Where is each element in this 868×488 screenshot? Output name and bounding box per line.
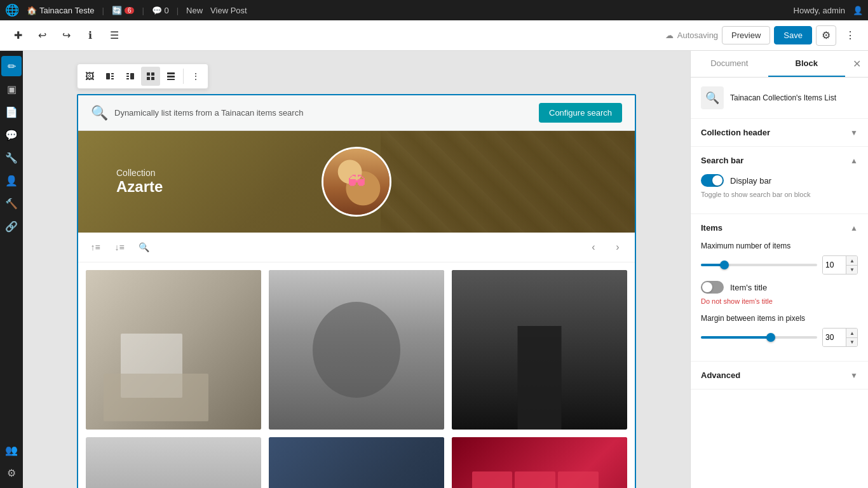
svg-rect-0 bbox=[106, 73, 110, 79]
sort-asc-button[interactable]: ↑≡ bbox=[86, 238, 105, 257]
site-name: 🏠 Tainacan Teste bbox=[27, 6, 95, 15]
block-tool-list-right[interactable] bbox=[121, 67, 140, 86]
block-tool-list-detail[interactable] bbox=[161, 67, 180, 86]
configure-search-button[interactable]: Configure search bbox=[539, 103, 622, 123]
margin-input[interactable]: 30 bbox=[823, 329, 846, 346]
toggle-knob bbox=[702, 282, 712, 292]
tab-block[interactable]: Block bbox=[768, 51, 846, 77]
toggle-knob bbox=[712, 175, 722, 186]
collection-search-icon: 🔍 bbox=[91, 105, 108, 121]
collection-label: Collection bbox=[116, 168, 163, 178]
block-tool-grid[interactable] bbox=[141, 67, 160, 86]
svg-rect-1 bbox=[111, 73, 114, 74]
collection-header-toggle[interactable]: Collection header ▼ bbox=[691, 119, 868, 146]
sidebar-close-button[interactable]: ✕ bbox=[845, 51, 868, 77]
svg-rect-2 bbox=[111, 76, 114, 77]
tab-document[interactable]: Document bbox=[691, 51, 768, 77]
grid-item bbox=[452, 437, 627, 488]
svg-rect-12 bbox=[167, 72, 175, 74]
sort-desc-button[interactable]: ↓≡ bbox=[110, 238, 129, 257]
search-bar-body: Display bar Toggle to show search bar on… bbox=[691, 174, 868, 214]
settings-button[interactable]: ⚙ bbox=[816, 25, 836, 46]
collection-info: Collection Azarte bbox=[116, 168, 163, 196]
more-options-button[interactable]: ⋮ bbox=[840, 25, 860, 46]
margin-slider[interactable] bbox=[701, 336, 817, 339]
sidebar-item-users[interactable]: 👤 bbox=[1, 170, 22, 191]
sidebar-item-links[interactable]: 🔗 bbox=[1, 216, 22, 236]
margin-decrement[interactable]: ▼ bbox=[846, 337, 858, 346]
block-tool-image[interactable]: 🖼 bbox=[80, 67, 99, 86]
max-items-label: Maximum number of items bbox=[701, 241, 858, 250]
max-items-input-wrap: 10 ▲ ▼ bbox=[822, 255, 858, 274]
redo-button[interactable]: ↪ bbox=[56, 25, 76, 46]
save-button[interactable]: Save bbox=[774, 26, 812, 44]
svg-rect-14 bbox=[167, 79, 175, 80]
margin-slider-fill bbox=[701, 336, 771, 339]
svg-rect-5 bbox=[126, 73, 129, 74]
search-bar-section: Search bar ▲ Display bar Toggle to show … bbox=[691, 147, 868, 214]
grid-item bbox=[269, 437, 444, 488]
block-tool-more[interactable]: ⋮ bbox=[186, 67, 205, 86]
margin-slider-row: 30 ▲ ▼ bbox=[701, 328, 858, 347]
max-items-input[interactable]: 10 bbox=[823, 256, 846, 274]
sidebar-item-tainacan1[interactable]: 🔧 bbox=[1, 147, 22, 168]
search-notice-text: Dynamically list items from a Tainacan i… bbox=[114, 108, 303, 118]
tools-button[interactable]: ☰ bbox=[104, 25, 125, 46]
collection-header-section: Collection header ▼ bbox=[691, 119, 868, 147]
block-type-icon: 🔍 bbox=[701, 86, 724, 109]
search-bar-toggle[interactable]: Search bar ▲ bbox=[691, 147, 868, 174]
next-page-button[interactable]: › bbox=[608, 238, 627, 257]
sidebar-item-groups[interactable]: 👥 bbox=[1, 440, 22, 460]
new-link[interactable]: New bbox=[186, 6, 203, 15]
display-bar-toggle[interactable] bbox=[701, 174, 724, 187]
search-items-button[interactable]: 🔍 bbox=[134, 238, 153, 257]
items-title-toggle[interactable] bbox=[701, 281, 724, 294]
search-bar-chevron-icon: ▲ bbox=[850, 156, 858, 165]
max-items-slider[interactable] bbox=[701, 264, 817, 266]
item-controls-bar: ↑≡ ↓≡ 🔍 ‹ › bbox=[78, 233, 635, 262]
preview-button[interactable]: Preview bbox=[722, 26, 770, 44]
display-bar-row: Display bar bbox=[701, 174, 858, 187]
search-notice-bar: 🔍 Dynamically list items from a Tainacan… bbox=[78, 95, 635, 131]
sidebar-item-tools[interactable]: 🔨 bbox=[1, 193, 22, 214]
max-items-slider-thumb[interactable] bbox=[720, 261, 729, 269]
margin-increment[interactable]: ▲ bbox=[846, 329, 858, 337]
prev-page-button[interactable]: ‹ bbox=[584, 238, 603, 257]
items-title-row: Item's title bbox=[701, 281, 858, 294]
sidebar-item-settings[interactable]: ⚙ bbox=[1, 463, 22, 483]
howdy-text: Howdy, admin bbox=[794, 6, 845, 15]
block-tool-list-left[interactable] bbox=[100, 67, 119, 86]
block-content: 🔍 Dynamically list items from a Tainacan… bbox=[77, 94, 636, 488]
items-section-toggle[interactable]: Items ▲ bbox=[691, 214, 868, 241]
add-block-button[interactable]: ✚ bbox=[8, 25, 28, 46]
margin-slider-thumb[interactable] bbox=[766, 333, 775, 342]
main-layout: ✏ ▣ 📄 💬 🔧 👤 🔨 🔗 👥 ⚙ 🖼 bbox=[0, 51, 868, 488]
right-sidebar: Document Block ✕ 🔍 Tainacan Collection's… bbox=[690, 51, 868, 488]
sidebar-item-comments[interactable]: 💬 bbox=[1, 125, 22, 145]
undo-button[interactable]: ↩ bbox=[32, 25, 52, 46]
grid-item bbox=[452, 270, 627, 430]
advanced-section-chevron-icon: ▼ bbox=[850, 371, 858, 380]
updates-count[interactable]: 🔄 6 bbox=[112, 6, 135, 15]
sidebar-item-patterns[interactable]: ▣ bbox=[1, 79, 22, 99]
search-bar-title: Search bar bbox=[701, 156, 743, 165]
max-items-increment[interactable]: ▲ bbox=[846, 256, 858, 265]
comments-count[interactable]: 💬 0 bbox=[152, 6, 169, 15]
margin-input-wrap: 30 ▲ ▼ bbox=[822, 328, 858, 347]
advanced-section-title: Advanced bbox=[701, 370, 740, 380]
autosaving-status: ☁ Autosaving bbox=[665, 30, 718, 40]
view-post-link[interactable]: View Post bbox=[210, 6, 247, 15]
avatar-icon: 👤 bbox=[853, 6, 863, 15]
admin-bar: 🌐 🏠 Tainacan Teste | 🔄 6 | 💬 0 | New Vie… bbox=[0, 0, 868, 20]
sidebar-item-edit[interactable]: ✏ bbox=[1, 56, 22, 76]
advanced-section: Advanced ▼ bbox=[691, 362, 868, 390]
avatar-glasses-icon: 🕶 bbox=[330, 172, 383, 193]
collection-header-title: Collection header bbox=[701, 128, 770, 137]
sidebar-tabs: Document Block ✕ bbox=[691, 51, 868, 78]
block-toolbar: 🖼 ⋮ bbox=[77, 64, 208, 89]
editor-area: 🖼 ⋮ bbox=[23, 51, 690, 488]
sidebar-item-pages[interactable]: 📄 bbox=[1, 102, 22, 122]
info-button[interactable]: ℹ bbox=[80, 25, 100, 46]
advanced-section-toggle[interactable]: Advanced ▼ bbox=[691, 362, 868, 389]
max-items-decrement[interactable]: ▼ bbox=[846, 265, 858, 274]
